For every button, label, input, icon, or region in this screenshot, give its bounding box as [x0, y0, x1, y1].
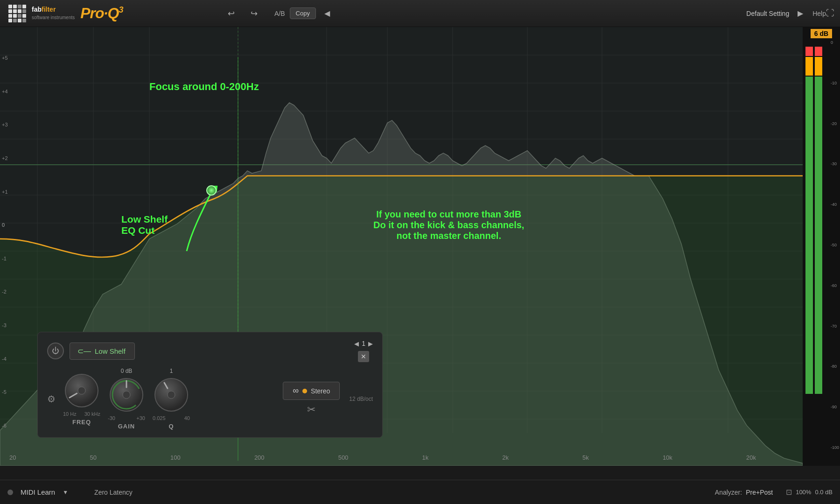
header-controls: ↩ ↪ A/B Copy ◀ Default Setting ▶ [215, 7, 803, 21]
channel-prev-button[interactable]: ◀ [354, 340, 359, 347]
q-knob[interactable] [153, 376, 190, 413]
controls-row-bottom: ⚙ [47, 368, 373, 430]
settings-icon[interactable]: ⚙ [47, 393, 56, 405]
svg-point-39 [168, 391, 175, 399]
controls-row-top: ⏻ ⊂— Low Shelf ◀ 1 ▶ ✕ [47, 340, 373, 362]
svg-rect-44 [815, 57, 822, 76]
midi-status-dot [7, 490, 13, 495]
q-label: Q [168, 423, 174, 430]
analyzer-mode-label: Pre+Post [746, 489, 773, 496]
preset-area: Default Setting [746, 10, 789, 17]
gain-knob[interactable] [108, 376, 145, 413]
help-button[interactable]: Help [812, 10, 826, 17]
svg-rect-42 [805, 77, 813, 394]
freq-knob-group: 10 Hz 30 kHz FREQ [63, 372, 100, 426]
svg-rect-40 [805, 47, 813, 56]
freq-label: FREQ [72, 419, 91, 426]
channel-nav-area: ◀ 1 ▶ [354, 340, 373, 347]
gain-value: 0 dB [121, 368, 133, 374]
eq-canvas: Focus around 0-200Hz Low Shelf EQ Cut If… [0, 27, 803, 466]
midi-learn-button[interactable]: MIDI Learn [21, 488, 55, 496]
analyzer-label: Analyzer: [715, 489, 742, 496]
vu-peak-label: 6 dB [811, 29, 832, 38]
copy-button[interactable]: Copy [290, 7, 316, 19]
svg-rect-41 [805, 57, 813, 76]
vu-scale: 0 -10 -20 -30 -40 -50 -60 -70 -80 -90 -1… [831, 38, 839, 452]
svg-point-32 [78, 387, 85, 394]
header: fabfilter software instruments Pro·Q3 ↩ … [0, 0, 840, 27]
preset-next-button[interactable]: ▶ [798, 9, 803, 18]
q-value: 1 [170, 368, 173, 374]
vu-meter-panel: 6 dB 0 -10 -20 -30 -40 -50 -60 -70 -80 -… [803, 27, 840, 466]
main-area: Focus around 0-200Hz Low Shelf EQ Cut If… [0, 27, 840, 466]
channel-number: 1 [362, 340, 365, 347]
q-knob-group: 1 [153, 368, 190, 430]
stereo-button[interactable]: ∞ Stereo [283, 382, 340, 400]
band-power-button[interactable]: ⏻ [47, 343, 64, 359]
scissors-icon[interactable]: ✂ [307, 404, 315, 416]
channel-controls: ◀ 1 ▶ ✕ [354, 340, 373, 362]
freq-range: 10 Hz 30 kHz [63, 411, 100, 417]
band-close-button[interactable]: ✕ [358, 351, 369, 362]
filter-type-button[interactable]: ⊂— Low Shelf [70, 343, 135, 360]
db-readout-label: 0.0 dB [815, 489, 833, 496]
svg-rect-43 [815, 47, 822, 56]
ab-copy-area: A/B Copy [274, 7, 316, 19]
gain-knob-group: 0 dB [108, 368, 145, 430]
brand-name: fabfilter software instruments [32, 6, 75, 21]
q-range: 0.025 40 [153, 415, 190, 421]
logo-area: fabfilter software instruments Pro·Q3 [0, 5, 215, 22]
logo-icon [8, 5, 26, 22]
db-scale-left: +5 +4 +3 +2 +1 0 -1 -2 -3 -4 -5 -6 [0, 55, 19, 428]
zoom-level-label: 100% [796, 489, 811, 496]
preset-name: Default Setting [746, 10, 789, 17]
stereo-dot [302, 389, 307, 393]
redo-button[interactable]: ↪ [247, 7, 261, 21]
analyzer-area: Analyzer: Pre+Post ⊡ 100% 0.0 dB [715, 488, 833, 497]
fullscreen-button[interactable]: ⛶ [826, 8, 834, 18]
frequency-labels: 20 50 100 200 500 1k 2k 5k 10k 20k [0, 454, 765, 461]
svg-rect-45 [815, 77, 822, 394]
svg-point-36 [123, 391, 130, 399]
latency-mode-label: Zero Latency [94, 489, 133, 496]
eq-band-node[interactable] [206, 185, 217, 196]
freq-knob[interactable] [63, 372, 100, 409]
preset-prev-button[interactable]: ◀ [324, 9, 330, 18]
channel-next-button[interactable]: ▶ [368, 340, 373, 347]
ab-label: A/B [274, 10, 285, 17]
product-name: Pro·Q3 [80, 5, 123, 22]
undo-button[interactable]: ↩ [224, 7, 238, 21]
vu-bar-svg [805, 42, 825, 443]
slope-label: 12 dB/oct [349, 396, 373, 402]
band-controls-panel: ⏻ ⊂— Low Shelf ◀ 1 ▶ ✕ [37, 332, 383, 438]
resize-icon[interactable]: ⊡ [786, 488, 792, 497]
gain-label: GAIN [118, 423, 135, 430]
midi-dropdown-arrow[interactable]: ▼ [63, 489, 68, 496]
gain-range: -30 +30 [108, 415, 145, 421]
status-bar: MIDI Learn ▼ Zero Latency Analyzer: Pre+… [0, 480, 840, 504]
stereo-section: ∞ Stereo ✂ [283, 382, 340, 416]
